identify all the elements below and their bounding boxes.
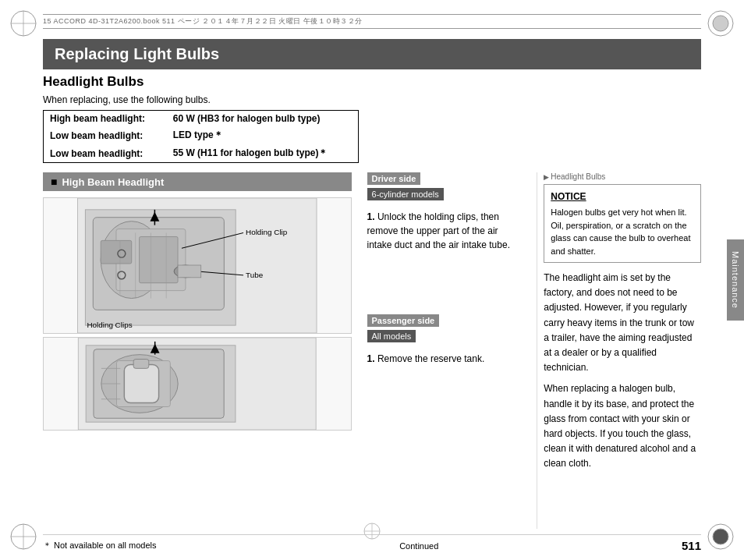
svg-text:Holding Clip: Holding Clip — [246, 228, 288, 236]
corner-decoration-tl — [8, 8, 39, 39]
passenger-step-1: 1. Remove the reserve tank. — [367, 352, 525, 366]
spec-label: Low beam headlight: — [44, 126, 167, 144]
page-title: Replacing Light Bulbs — [43, 39, 701, 69]
info-para1: The headlight aim is set by the factory,… — [544, 271, 701, 375]
notice-box: NOTICE Halogen bulbs get very hot when l… — [544, 184, 701, 263]
driver-side-section: Driver side 6-cylinder models 1. Unlock … — [367, 172, 525, 252]
spec-table: High beam headlight: 60 W (HB3 for halog… — [43, 110, 359, 163]
diagram-top-svg: Holding Clip Tube Holding Clips — [44, 198, 351, 333]
notice-title: NOTICE — [551, 190, 694, 204]
notice-text: Halogen bulbs get very hot when lit.Oil,… — [551, 206, 694, 257]
svg-point-9 — [713, 529, 728, 544]
file-info-bar: 15 ACCORD 4D-31T2A6200.book 511 ページ ２０１４… — [43, 14, 701, 29]
diagram-top: Holding Clip Tube Holding Clips — [43, 197, 352, 334]
step-text-content: Unlock the holding clips, then remove th… — [367, 211, 510, 250]
spec-label: High beam headlight: — [44, 111, 167, 126]
diagram-bottom — [43, 337, 352, 431]
section-heading: Headlight Bulbs — [43, 74, 701, 90]
svg-rect-39 — [133, 360, 149, 369]
svg-text:Holding Clips: Holding Clips — [87, 321, 132, 329]
svg-text:Tube: Tube — [246, 271, 264, 279]
driver-step-1: 1. Unlock the holding clips, then remove… — [367, 210, 525, 252]
corner-decoration-br — [705, 521, 736, 552]
passenger-side-label: Passenger side — [367, 314, 440, 327]
side-tab: Maintenance — [727, 239, 744, 321]
svg-rect-31 — [178, 265, 201, 278]
spec-value: 55 W (H11 for halogen bulb type)＊ — [167, 144, 358, 162]
main-content: Headlight Bulbs When replacing, use the … — [43, 74, 701, 529]
left-column: High Beam Headlight — [43, 172, 352, 529]
subsection-label: High Beam Headlight — [62, 176, 164, 188]
bottom-center-mark — [363, 522, 381, 543]
info-para2: When replacing a halogen bulb, handle it… — [544, 381, 701, 471]
spec-value: LED type＊ — [167, 126, 358, 144]
two-column-layout: High Beam Headlight — [43, 172, 701, 529]
instructions-area: Driver side 6-cylinder models 1. Unlock … — [367, 172, 525, 529]
diagram-bottom-svg — [44, 338, 351, 430]
spec-value: 60 W (HB3 for halogen bulb type) — [167, 111, 358, 126]
right-section: Driver side 6-cylinder models 1. Unlock … — [367, 172, 701, 529]
spec-label: Low beam headlight: — [44, 144, 167, 162]
table-row: High beam headlight: 60 W (HB3 for halog… — [44, 111, 358, 126]
svg-point-4 — [713, 16, 728, 31]
notice-column: Headlight Bulbs NOTICE Halogen bulbs get… — [537, 172, 701, 529]
notice-ref: Headlight Bulbs — [544, 172, 701, 181]
passenger-step-text: Remove the reserve tank. — [377, 353, 484, 364]
step-number-2: 1. — [367, 353, 375, 364]
footnote-text: ＊ Not available on all models — [43, 540, 157, 551]
diagram-area: Holding Clip Tube Holding Clips — [43, 197, 352, 529]
page-number: 511 — [682, 539, 701, 552]
continued-text: Continued — [399, 541, 438, 551]
subsection-heading: High Beam Headlight — [43, 172, 352, 191]
driver-side-label: Driver side — [367, 172, 421, 185]
corner-decoration-tr — [705, 8, 736, 39]
file-info-text: 15 ACCORD 4D-31T2A6200.book 511 ページ ２０１４… — [43, 17, 363, 25]
svg-rect-16 — [101, 240, 132, 264]
passenger-model-label: All models — [367, 330, 416, 342]
table-row: Low beam headlight: LED type＊ — [44, 126, 358, 144]
svg-rect-15 — [140, 236, 178, 282]
intro-text: When replacing, use the following bulbs. — [43, 94, 701, 105]
driver-model-label: 6-cylinder models — [367, 188, 444, 200]
step-number: 1. — [367, 211, 375, 222]
svg-rect-38 — [124, 364, 158, 402]
table-row: Low beam headlight: 55 W (H11 for haloge… — [44, 144, 358, 162]
passenger-side-section: Passenger side All models 1. Remove the … — [367, 314, 525, 366]
corner-decoration-bl — [8, 521, 39, 552]
